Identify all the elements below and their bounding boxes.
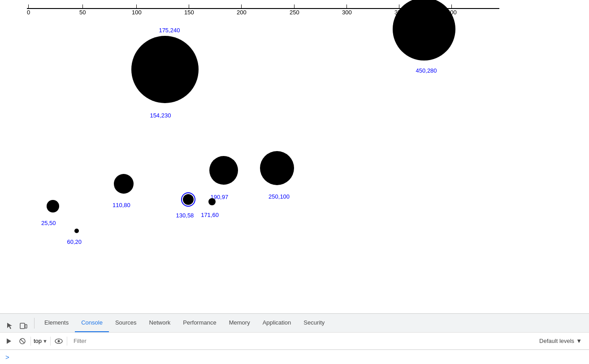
svg-point-6 bbox=[57, 340, 60, 342]
tab-performance[interactable]: Performance bbox=[177, 314, 222, 332]
tabs-row: ElementsConsoleSourcesNetworkPerformance… bbox=[0, 314, 589, 333]
context-arrow-icon: ▼ bbox=[43, 338, 48, 344]
device-toggle-btn[interactable] bbox=[17, 320, 30, 332]
bubble-b2[interactable] bbox=[393, 0, 455, 61]
axis-tick: 0 bbox=[27, 0, 30, 16]
axis-tick: 50 bbox=[79, 0, 86, 16]
filter-input[interactable] bbox=[70, 338, 533, 344]
bubble-b1[interactable] bbox=[131, 36, 199, 103]
bubble-label-b2: 450,280 bbox=[416, 67, 437, 74]
bubble-label-b4: 130,58 bbox=[176, 212, 194, 219]
eye-btn[interactable] bbox=[53, 336, 64, 347]
bubble-b5[interactable] bbox=[209, 156, 238, 185]
tabs-list: ElementsConsoleSourcesNetworkPerformance… bbox=[38, 314, 331, 332]
tick-line bbox=[82, 4, 83, 8]
cursor-icon-btn[interactable] bbox=[4, 320, 16, 332]
tick-line bbox=[346, 4, 347, 8]
bubble-label2-b1: 175,240 bbox=[159, 27, 180, 34]
bubble-label-b8: 25,50 bbox=[41, 220, 56, 226]
tick-line bbox=[28, 4, 29, 8]
clear-btn[interactable] bbox=[17, 336, 28, 347]
axis-tick: 150 bbox=[184, 0, 194, 16]
tick-label: 250 bbox=[290, 9, 299, 16]
svg-rect-0 bbox=[20, 323, 25, 329]
console-prompt: > bbox=[0, 350, 589, 364]
tick-label: 150 bbox=[184, 9, 194, 16]
default-levels-btn[interactable]: Default levels ▼ bbox=[536, 338, 585, 344]
tick-line bbox=[399, 4, 399, 8]
tick-line bbox=[136, 4, 137, 8]
bubble-b3[interactable] bbox=[114, 174, 134, 194]
tick-line bbox=[451, 4, 452, 8]
tab-elements[interactable]: Elements bbox=[38, 314, 75, 332]
tab-memory[interactable]: Memory bbox=[223, 314, 256, 332]
toolbar-divider-2 bbox=[50, 337, 51, 346]
context-selector[interactable]: top ▼ bbox=[34, 338, 48, 344]
context-value: top bbox=[34, 338, 42, 344]
axis-tick: 300 bbox=[342, 0, 352, 16]
tick-label: 200 bbox=[237, 9, 247, 16]
axis-tick: 250 bbox=[290, 0, 299, 16]
bubble-label-b6: 250,100 bbox=[269, 193, 290, 200]
prompt-symbol: > bbox=[5, 353, 9, 361]
default-levels-arrow: ▼ bbox=[576, 338, 582, 344]
bubble-b8[interactable] bbox=[47, 200, 59, 212]
tab-console[interactable]: Console bbox=[75, 314, 109, 332]
default-levels-label: Default levels bbox=[539, 338, 574, 344]
tick-label: 0 bbox=[27, 9, 30, 16]
bubble-b7[interactable] bbox=[208, 198, 216, 205]
tick-line bbox=[241, 4, 242, 8]
run-script-btn[interactable] bbox=[4, 336, 14, 347]
tab-sources[interactable]: Sources bbox=[109, 314, 143, 332]
toolbar-divider-1 bbox=[30, 337, 31, 346]
tab-divider-left bbox=[34, 318, 35, 329]
console-toolbar: top ▼ Default levels ▼ bbox=[0, 333, 589, 350]
toolbar-divider-3 bbox=[67, 337, 67, 346]
bubble-label-b1: 154,230 bbox=[150, 112, 171, 119]
tick-line bbox=[189, 4, 189, 8]
bubble-b9[interactable] bbox=[74, 229, 79, 233]
tab-security[interactable]: Security bbox=[297, 314, 331, 332]
axis-tick: 200 bbox=[237, 0, 247, 16]
tab-application[interactable]: Application bbox=[256, 314, 298, 332]
bubble-label-b7: 171,60 bbox=[201, 212, 219, 218]
bubble-label-b9: 60,20 bbox=[67, 238, 82, 245]
tick-label: 100 bbox=[132, 9, 142, 16]
devtools-panel: ElementsConsoleSourcesNetworkPerformance… bbox=[0, 313, 589, 364]
svg-marker-2 bbox=[7, 338, 11, 344]
tick-label: 300 bbox=[342, 9, 352, 16]
tick-label: 50 bbox=[79, 9, 86, 16]
axis-tick: 100 bbox=[132, 0, 142, 16]
svg-line-4 bbox=[21, 339, 25, 343]
bubble-label-b3: 110,80 bbox=[113, 202, 130, 208]
tab-network[interactable]: Network bbox=[143, 314, 177, 332]
tick-line bbox=[294, 4, 294, 8]
bubble-b4[interactable] bbox=[183, 194, 194, 205]
svg-rect-1 bbox=[25, 325, 27, 328]
bubble-b6[interactable] bbox=[260, 151, 294, 185]
canvas-area: 050100150200250300350400 154,230175,2404… bbox=[0, 0, 589, 313]
